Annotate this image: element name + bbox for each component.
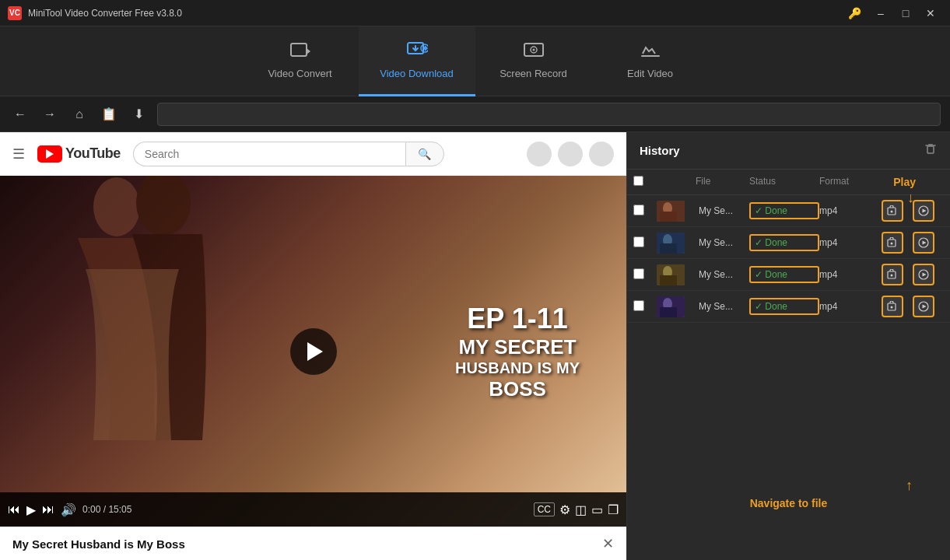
main-content: ☰ YouTube 🔍 <box>0 132 950 560</box>
row-format-1: mp4 <box>819 205 882 216</box>
navigate-btn-4[interactable] <box>882 296 903 317</box>
tab-video-convert[interactable]: Video Convert <box>242 26 359 96</box>
svg-point-32 <box>891 306 893 309</box>
url-input[interactable]: https://www.youtube.com/watch?v=UEEF6YBD… <box>157 103 941 126</box>
row-checkbox-1[interactable] <box>633 205 644 215</box>
download-button[interactable]: ⬇ <box>128 103 149 125</box>
back-button[interactable]: ← <box>9 103 31 125</box>
svg-point-7 <box>93 177 140 236</box>
navigate-btn-3[interactable] <box>882 264 903 285</box>
fullscreen-button[interactable]: ❐ <box>608 502 619 517</box>
cc-button[interactable]: CC <box>534 502 555 516</box>
edit-video-icon <box>640 41 661 63</box>
tab-edit-video-label: Edit Video <box>627 68 673 79</box>
yt-circle-3 <box>589 142 614 166</box>
svg-rect-6 <box>641 55 660 57</box>
table-row: My Se... ✓ Done mp4 <box>627 291 950 323</box>
video-thumbnail: EP 1-11 MY SECRET HUSBAND IS MY BOSS <box>0 176 626 527</box>
row-name-1: My Se... <box>696 205 749 216</box>
yt-hamburger-icon[interactable]: ☰ <box>12 145 25 163</box>
navigate-btn-2[interactable] <box>882 232 903 254</box>
play-btn-3[interactable] <box>913 264 934 285</box>
video-title2: HUSBAND IS MY <box>455 359 580 376</box>
video-ep: EP 1-11 <box>455 302 580 334</box>
navigate-btn-1[interactable] <box>882 200 903 222</box>
play-pause-button[interactable]: ▶ <box>26 502 36 517</box>
tabbar: Video Convert Video Download Screen Reco… <box>0 26 950 96</box>
forward-button[interactable]: → <box>39 103 61 125</box>
video-area: EP 1-11 MY SECRET HUSBAND IS MY BOSS ⏮ ▶… <box>0 176 626 527</box>
history-title: History <box>640 144 680 157</box>
ctrl-group-right: CC ⚙ ◫ ▭ ❐ <box>534 502 619 517</box>
svg-point-26 <box>891 275 893 277</box>
row-name-4: My Se... <box>696 301 749 312</box>
yt-search-wrap: 🔍 <box>133 142 444 166</box>
window-controls: – □ ✕ <box>869 4 942 23</box>
theater-button[interactable]: ▭ <box>591 502 603 517</box>
row-checkbox-3[interactable] <box>633 268 644 279</box>
row-status-1: ✓ Done <box>749 202 819 219</box>
row-checkbox-4[interactable] <box>633 300 644 311</box>
table-row: My Se... ✓ Done mp4 <box>627 195 950 227</box>
row-thumb-4 <box>657 296 685 317</box>
col-format-label: Format <box>819 176 882 188</box>
key-icon: 🔑 <box>848 7 861 19</box>
tab-edit-video[interactable]: Edit Video <box>592 26 709 96</box>
col-file-label: File <box>696 176 749 188</box>
yt-search-input[interactable] <box>133 142 405 166</box>
history-header: History <box>627 132 950 170</box>
minimize-button[interactable]: – <box>869 4 892 23</box>
tab-video-download[interactable]: Video Download <box>359 26 475 96</box>
play-btn-2[interactable] <box>913 232 934 254</box>
titlebar-left: VC MiniTool Video Converter Free v3.8.0 <box>8 6 182 20</box>
yt-search-button[interactable]: 🔍 <box>405 142 444 166</box>
browser-pane: ☰ YouTube 🔍 <box>0 132 626 560</box>
video-download-icon <box>406 41 428 63</box>
table-row: My Se... ✓ Done mp4 <box>627 259 950 291</box>
close-button[interactable]: ✕ <box>919 4 942 23</box>
close-video-button[interactable]: ✕ <box>602 535 614 552</box>
video-overlay-text: EP 1-11 MY SECRET HUSBAND IS MY BOSS <box>455 302 580 401</box>
row-name-2: My Se... <box>696 237 749 248</box>
video-info: My Secret Husband is My Boss ✕ <box>0 527 626 560</box>
row-format-3: mp4 <box>819 269 882 280</box>
play-btn-4[interactable] <box>913 296 934 317</box>
settings-button[interactable]: ⚙ <box>559 502 570 517</box>
miniplayer-button[interactable]: ◫ <box>575 502 587 517</box>
skip-back-button[interactable]: ⏮ <box>8 502 20 516</box>
clipboard-button[interactable]: 📋 <box>98 103 120 125</box>
row-status-3: ✓ Done <box>749 266 819 283</box>
tab-screen-record[interactable]: Screen Record <box>475 26 592 96</box>
svg-point-5 <box>532 48 535 51</box>
yt-logo[interactable]: YouTube <box>37 145 121 163</box>
row-checkbox-2[interactable] <box>633 236 644 247</box>
delete-all-button[interactable] <box>924 142 938 159</box>
tab-screen-record-label: Screen Record <box>500 68 567 79</box>
svg-rect-9 <box>927 146 934 153</box>
row-format-2: mp4 <box>819 237 882 248</box>
svg-point-20 <box>891 243 893 245</box>
table-header: File Status Format <box>627 170 950 195</box>
svg-rect-24 <box>660 275 677 285</box>
video-title1: MY SECRET <box>455 334 580 359</box>
svg-rect-0 <box>291 44 307 56</box>
titlebar: VC MiniTool Video Converter Free v3.8.0 … <box>0 0 950 26</box>
select-all-checkbox[interactable] <box>633 176 643 186</box>
maximize-button[interactable]: □ <box>894 4 917 23</box>
svg-point-14 <box>891 211 893 213</box>
svg-rect-18 <box>660 243 677 254</box>
col-thumb <box>657 176 696 188</box>
video-play-button[interactable] <box>290 328 337 375</box>
volume-button[interactable]: 🔊 <box>61 502 76 517</box>
home-button[interactable]: ⌂ <box>68 103 90 125</box>
yt-circles <box>527 142 614 166</box>
row-status-4: ✓ Done <box>749 298 819 315</box>
screen-record-icon <box>523 41 545 63</box>
video-controls: ⏮ ▶ ⏭ 🔊 0:00 / 15:05 CC ⚙ ◫ ▭ ❐ <box>0 492 626 527</box>
play-btn-1[interactable] <box>913 200 934 222</box>
video-title3: BOSS <box>455 376 580 401</box>
tab-video-convert-label: Video Convert <box>268 68 331 79</box>
col-status-label: Status <box>749 176 819 188</box>
skip-forward-button[interactable]: ⏭ <box>42 502 54 516</box>
history-table: My Se... ✓ Done mp4 <box>627 195 950 560</box>
